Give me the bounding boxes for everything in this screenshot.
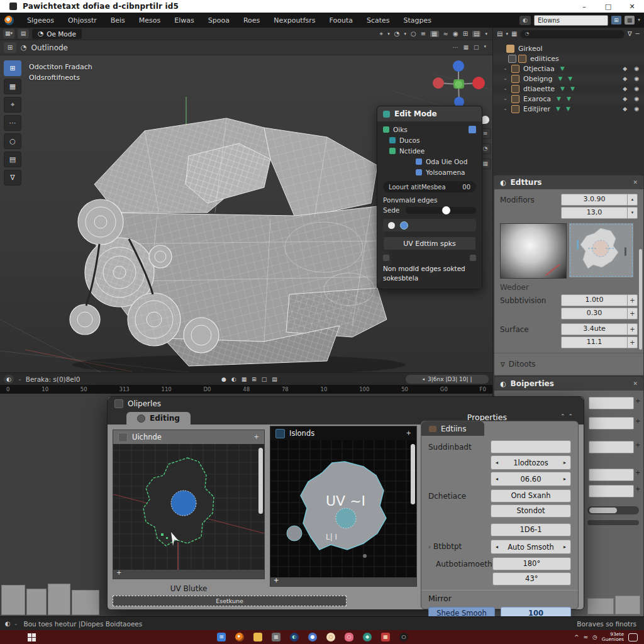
select-icon[interactable] <box>623 106 627 112</box>
options-icon[interactable] <box>421 31 426 37</box>
menu-item-0[interactable]: Slgeeos <box>20 16 61 25</box>
edit-mode-header[interactable]: Edit Mode <box>377 106 482 121</box>
hidden-field[interactable] <box>589 485 634 497</box>
uv-left-strip[interactable]: Esetkune <box>113 596 347 606</box>
hidden-field[interactable] <box>589 441 634 453</box>
checkbox-right1[interactable] <box>469 126 476 133</box>
menu-item-5[interactable]: Spooa <box>201 16 236 25</box>
menu-item-3[interactable]: Mesos <box>132 16 167 25</box>
grid-icon-2[interactable] <box>252 377 257 382</box>
scale-slider[interactable] <box>406 207 476 214</box>
tray-clock-icon[interactable] <box>592 635 597 640</box>
properties-header[interactable]: Edtturs <box>494 175 643 189</box>
tool-select-grid[interactable] <box>4 79 21 94</box>
tool-select-box[interactable] <box>4 60 21 76</box>
grid-icon-3[interactable] <box>262 377 267 382</box>
distance-button-2[interactable]: Stondot <box>491 504 571 518</box>
view-layer-button[interactable] <box>611 16 621 25</box>
timeline-ruler[interactable]: 0 10 50 313 110 D0 48 78 10 100 50 G0 F0 <box>0 385 492 394</box>
stepper-plus-icon[interactable] <box>627 295 637 306</box>
tool-add[interactable] <box>4 170 21 186</box>
shading-dropdown-icon[interactable] <box>485 32 487 36</box>
stepper-right-icon[interactable] <box>559 460 570 465</box>
slider-knob[interactable] <box>442 206 450 214</box>
strip-block[interactable] <box>26 589 47 615</box>
editor-type-button[interactable] <box>3 29 14 38</box>
store-icon[interactable] <box>381 633 390 641</box>
add-icon[interactable] <box>254 434 259 440</box>
shading-render-icon[interactable] <box>472 31 480 37</box>
collapse-button[interactable] <box>4 42 16 53</box>
stepper-1[interactable]: 1lodtozos <box>491 455 571 470</box>
menu-item-10[interactable]: Stagpes <box>397 16 439 25</box>
outliner-display-icon[interactable] <box>511 31 517 37</box>
visibility-icon[interactable] <box>634 106 639 112</box>
menu-item-2[interactable]: Beis <box>104 16 132 25</box>
surface-field-1[interactable]: 3.4ute <box>561 323 638 335</box>
uv-left-plus-icon[interactable] <box>116 570 121 576</box>
hidden-slider[interactable] <box>587 506 639 514</box>
overlay-icon[interactable] <box>443 31 448 37</box>
scene-icon[interactable] <box>519 16 531 25</box>
stepper-left-icon[interactable] <box>491 460 502 465</box>
windows-icon[interactable] <box>217 633 226 641</box>
extras-strip[interactable]: Ditoots <box>500 358 638 370</box>
browser-icon[interactable] <box>326 633 335 641</box>
menu-item-9[interactable]: Scates <box>360 16 397 25</box>
auto-smooth-stepper[interactable]: Auto Smsoth <box>491 540 571 554</box>
grid-icon-4[interactable] <box>272 377 277 382</box>
collapse-all-icon[interactable] <box>635 31 640 37</box>
transform-pivot-icon[interactable] <box>380 31 384 37</box>
uv-right-plus-icon[interactable] <box>274 577 279 584</box>
corner-icon-right[interactable] <box>470 255 476 261</box>
sphere-icon[interactable] <box>399 633 408 641</box>
stepper-right-icon[interactable] <box>559 477 570 482</box>
menu-item-8[interactable]: Foouta <box>323 16 360 25</box>
stepper-2[interactable]: 06.60 <box>491 472 571 486</box>
plus-icon[interactable] <box>635 398 640 404</box>
dot-icon-1[interactable] <box>221 377 226 382</box>
visibility-icon[interactable] <box>634 66 639 72</box>
visibility-icon[interactable] <box>634 76 639 82</box>
footer-dropdown-icon[interactable] <box>18 377 22 382</box>
stepper-right-icon[interactable] <box>559 545 570 550</box>
stepper-down-icon[interactable] <box>627 208 637 218</box>
hidden-field[interactable] <box>589 397 634 409</box>
tool-lasso[interactable] <box>4 115 21 131</box>
grid-icon-1[interactable] <box>242 377 247 382</box>
distance-button-3[interactable]: 1D6-1 <box>491 523 571 536</box>
menu-item-1[interactable]: Ohjosstr <box>61 16 104 25</box>
panel-close-icon[interactable] <box>633 180 638 186</box>
tray-expand-icon[interactable] <box>574 635 579 640</box>
subdivision-field-2[interactable]: 0.30 <box>561 308 638 319</box>
header-dropdown-icon[interactable] <box>484 45 486 50</box>
status-icon[interactable] <box>5 621 11 627</box>
taskbar-clock[interactable]: 93ete Guenioes <box>602 632 624 642</box>
shading-material-icon[interactable] <box>463 31 468 37</box>
menu-item-6[interactable]: Roes <box>236 16 267 25</box>
strip-block[interactable] <box>1 585 25 615</box>
uv-left-header[interactable]: Uichnde <box>113 430 264 444</box>
filter-icon[interactable] <box>628 31 632 37</box>
plus-icon[interactable] <box>635 486 640 492</box>
outliner-row-object[interactable]: Editjirer <box>493 104 644 114</box>
uv-editing-button[interactable]: UV Edttim spks <box>383 236 476 250</box>
modifier-field-2[interactable]: 13,0 <box>561 207 638 219</box>
outliner-search[interactable] <box>520 30 624 38</box>
strip-block[interactable] <box>48 584 70 615</box>
photos-icon[interactable] <box>272 633 280 641</box>
uv-editor-right[interactable]: Islonds UV ~I L| I <box>270 426 417 587</box>
uv-island-preview[interactable] <box>569 223 633 277</box>
menu-item-7[interactable]: Nexpoutfsrs <box>267 16 322 25</box>
pivot-dropdown-icon[interactable] <box>387 32 390 36</box>
expand-icon[interactable] <box>503 66 511 71</box>
stepper-plus-icon[interactable] <box>627 324 637 335</box>
select-icon[interactable] <box>623 66 627 72</box>
shading-solid-icon[interactable] <box>453 31 458 37</box>
outliner-row-mesh[interactable]: ediitices <box>493 53 644 64</box>
navigation-gizmo[interactable] <box>430 58 487 113</box>
window-mini-icons[interactable]: ⌃⌃ <box>560 413 576 419</box>
stepper-up-icon[interactable] <box>627 194 637 205</box>
uv-canvas-right[interactable]: UV ~I L| I <box>270 440 416 577</box>
tool-annotate[interactable] <box>4 133 21 149</box>
